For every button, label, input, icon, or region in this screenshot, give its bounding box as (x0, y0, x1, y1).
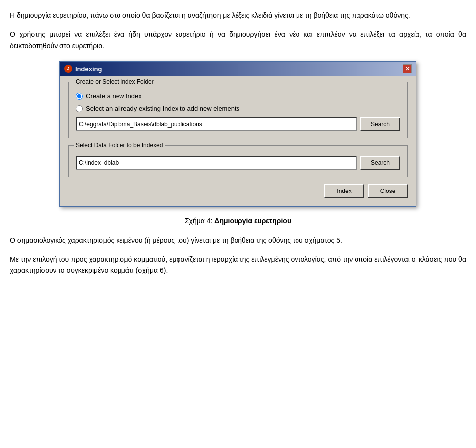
body-paragraph-3: Ο σημασιολογικός χαρακτηρισμός κειμένου … (10, 235, 466, 246)
dialog-title-left: J Indexing (64, 65, 102, 73)
indexing-dialog: J Indexing ✕ Create or Select Index Fold… (60, 61, 416, 207)
index-folder-group: Create or Select Index Folder Create a n… (68, 82, 408, 138)
data-folder-group: Select Data Folder to be Indexed Search (68, 145, 408, 177)
radio-create-new[interactable] (76, 93, 83, 100)
radio-row-create: Create a new Index (76, 92, 400, 100)
caption-title: Δημιουργία ευρετηρίου (214, 217, 291, 225)
data-search-button[interactable]: Search (360, 156, 400, 170)
dialog-wrapper: J Indexing ✕ Create or Select Index Fold… (10, 61, 466, 207)
dialog-body: Create or Select Index Folder Create a n… (60, 76, 416, 206)
dialog-titlebar: J Indexing ✕ (60, 62, 416, 76)
figure-caption: Σχήμα 4: Δημιουργία ευρετηρίου (10, 217, 466, 225)
radio-select-existing[interactable] (76, 105, 83, 112)
radio-create-new-label: Create a new Index (86, 92, 142, 100)
intro-paragraph-1: Η δημιουργία ευρετηρίου, πάνω στο οποίο … (10, 10, 466, 21)
java-icon: J (64, 65, 72, 73)
data-folder-legend: Select Data Folder to be Indexed (74, 142, 165, 149)
intro-paragraph-2: Ο χρήστης μπορεί να επιλέξει ένα ήδη υπά… (10, 29, 466, 51)
data-path-input[interactable] (76, 156, 357, 170)
data-path-row: Search (76, 156, 400, 170)
index-folder-legend: Create or Select Index Folder (74, 78, 156, 85)
caption-prefix: Σχήμα 4: (185, 217, 214, 225)
close-button-dialog[interactable]: Close (368, 184, 408, 198)
radio-select-existing-label: Select an allready existing Index to add… (86, 105, 239, 112)
dialog-title-text: Indexing (75, 65, 102, 73)
index-path-input[interactable] (76, 117, 357, 131)
bottom-buttons: Index Close (68, 184, 408, 198)
index-button[interactable]: Index (324, 184, 364, 198)
close-button-titlebar[interactable]: ✕ (403, 64, 412, 73)
body-paragraph-4: Με την επιλογή του προς χαρακτηρισμό κομ… (10, 254, 466, 276)
index-search-button[interactable]: Search (360, 117, 400, 131)
radio-row-existing: Select an allready existing Index to add… (76, 105, 400, 112)
index-path-row: Search (76, 117, 400, 131)
